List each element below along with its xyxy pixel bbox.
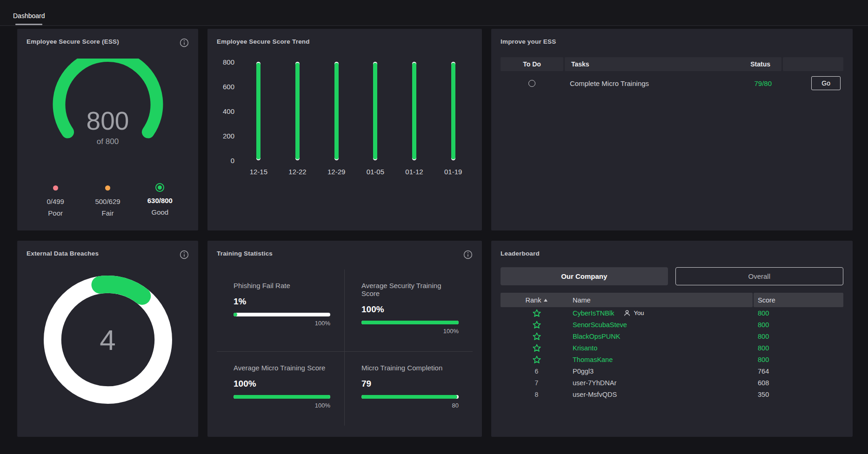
trend-bar-fill	[256, 63, 260, 159]
task-todo-radio[interactable]	[528, 80, 535, 87]
star-icon	[533, 355, 541, 364]
col-header-rank: Rank	[526, 296, 541, 304]
trend-bar-slot: 01-05	[356, 62, 395, 219]
player-name: ThomasKane	[573, 356, 613, 363]
player-name: CyberIsTNBlk	[573, 309, 614, 317]
tab-dashboard[interactable]: Dashboard	[12, 12, 46, 25]
trend-bar	[295, 62, 300, 160]
table-row[interactable]: SenorScubaSteve 800	[501, 319, 843, 330]
y-tick: 400	[223, 107, 234, 115]
stat-label: Average Security Training Score	[361, 282, 459, 297]
player-rank: 6	[501, 368, 573, 375]
player-name: Krisanto	[573, 344, 597, 352]
card-title: External Data Breaches	[27, 250, 99, 257]
x-tick: 01-19	[444, 168, 462, 176]
stat-avg-micro-training-score: Average Micro Training Score 100% 100%	[217, 352, 345, 426]
you-badge: You	[623, 309, 644, 317]
table-row[interactable]: 7 user-7YhDNAr 608	[501, 377, 843, 388]
ess-legend: 0/499 Poor 500/629 Fair 630/800 Good	[27, 182, 189, 219]
col-header-todo: To Do	[523, 60, 541, 68]
stat-value: 1%	[234, 296, 330, 307]
x-tick: 12-22	[288, 168, 306, 176]
player-score: 608	[754, 379, 843, 387]
x-tick: 01-05	[367, 168, 384, 176]
player-name: SenorScubaSteve	[573, 321, 627, 329]
x-tick: 01-12	[405, 168, 423, 176]
progress-bar	[361, 321, 459, 324]
progress-max-label: 100%	[361, 328, 459, 335]
col-header-status: Status	[750, 60, 770, 68]
y-tick: 800	[223, 58, 234, 66]
legend-range: 0/499	[47, 196, 64, 207]
col-header-tasks: Tasks	[571, 60, 589, 68]
table-row[interactable]: CyberIsTNBlk You 800	[501, 307, 843, 319]
player-name: user-7YhDNAr	[573, 379, 616, 387]
trend-bar-fill	[295, 63, 300, 159]
stat-micro-training-completion: Micro Training Completion 79 80	[345, 352, 473, 426]
task-name: Complete Micro Trainings	[570, 79, 649, 87]
col-header-rank-sort[interactable]: Rank	[501, 296, 573, 304]
player-rank: 8	[501, 391, 573, 398]
x-tick: 12-15	[250, 168, 267, 176]
player-score: 800	[754, 333, 843, 340]
progress-max-label: 80	[361, 402, 459, 409]
star-icon	[533, 344, 541, 352]
ess-score-card: Employee Secure Score (ESS) 800 of 800 0…	[17, 29, 198, 230]
trend-bar-fill	[412, 63, 416, 159]
tab-our-company[interactable]: Our Company	[501, 267, 668, 285]
training-stats-card: Training Statistics Phishing Fail Rate 1…	[207, 241, 482, 437]
stat-value: 79	[361, 379, 459, 389]
progress-max-label: 100%	[234, 320, 330, 327]
info-icon[interactable]	[180, 250, 189, 259]
sort-asc-icon	[544, 299, 548, 302]
legend-item-good: 630/800 Good	[134, 182, 186, 219]
table-row[interactable]: BlackOpsPUNK 800	[501, 330, 843, 342]
training-stats-grid: Phishing Fail Rate 1% 100% Average Secur…	[217, 270, 473, 426]
progress-fill	[234, 313, 237, 316]
trend-bar-slot: 01-12	[395, 62, 434, 219]
stat-phishing-fail-rate: Phishing Fail Rate 1% 100%	[217, 270, 345, 352]
trend-bar	[256, 62, 260, 160]
stat-value: 100%	[361, 304, 459, 315]
card-title: Employee Secure Score Trend	[217, 38, 310, 45]
player-score: 350	[754, 391, 843, 398]
info-icon[interactable]	[463, 250, 473, 259]
table-row[interactable]: 6 P0ggl3 764	[501, 365, 843, 377]
legend-label: Poor	[48, 207, 63, 219]
progress-fill	[361, 321, 459, 324]
player-name: P0ggl3	[573, 368, 594, 375]
y-tick: 600	[223, 83, 234, 91]
col-header-score: Score	[758, 296, 775, 304]
progress-bar	[234, 395, 330, 399]
leaderboard-card: Leaderboard Our Company Overall Rank Nam…	[491, 241, 853, 437]
y-tick: 0	[231, 157, 234, 164]
card-title: Improve your ESS	[501, 38, 556, 45]
player-name: user-MsfvQDS	[573, 391, 617, 398]
star-icon	[533, 309, 541, 317]
stat-value: 100%	[234, 379, 330, 389]
tab-overall[interactable]: Overall	[675, 267, 844, 285]
legend-item-poor: 0/499 Poor	[29, 182, 81, 219]
leaderboard-tabs: Our Company Overall	[501, 267, 843, 285]
card-title: Employee Secure Score (ESS)	[27, 38, 119, 45]
table-row[interactable]: ThomasKane 800	[501, 354, 843, 365]
table-row[interactable]: Krisanto 800	[501, 342, 843, 354]
trend-bar	[412, 62, 416, 160]
trend-bar-fill	[451, 63, 455, 159]
data-breaches-card: External Data Breaches 4	[17, 241, 198, 437]
y-tick: 200	[223, 132, 234, 140]
col-header-empty	[783, 57, 843, 71]
legend-range: 500/629	[95, 196, 120, 207]
go-button[interactable]: Go	[811, 76, 841, 90]
progress-max-label: 100%	[234, 402, 330, 409]
info-icon[interactable]	[180, 38, 189, 47]
poor-dot-icon	[53, 185, 58, 191]
table-row[interactable]: 8 user-MsfvQDS 350	[501, 388, 843, 400]
trend-bar-slot: 12-29	[317, 62, 356, 219]
player-score: 800	[754, 356, 843, 363]
tasks-table-header: To Do Tasks Status	[501, 57, 843, 71]
legend-label: Fair	[102, 207, 114, 219]
trend-y-axis: 800 600 400 200 0	[217, 62, 239, 160]
star-icon	[533, 332, 541, 341]
trend-bar-slot: 12-15	[239, 62, 278, 219]
